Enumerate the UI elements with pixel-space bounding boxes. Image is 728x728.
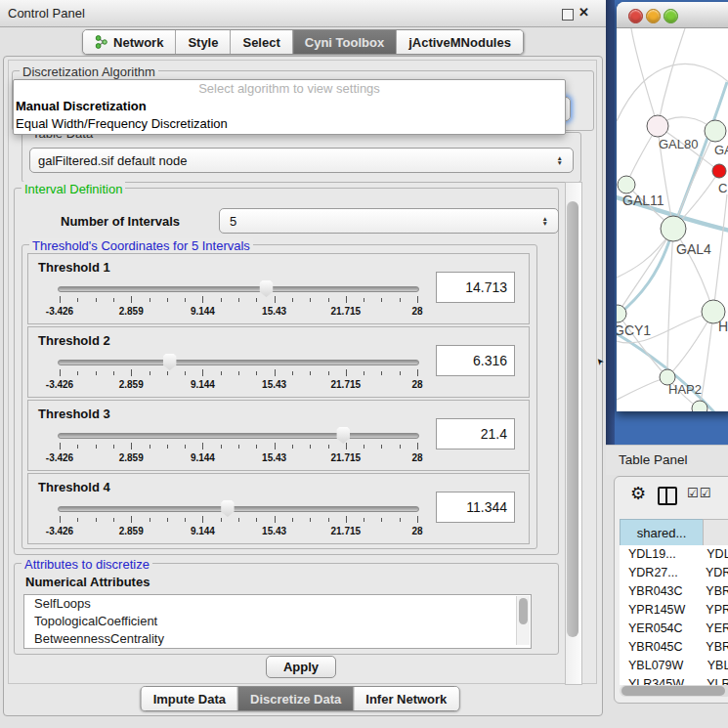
tab-jactivemnodules[interactable]: jActiveMNodules <box>397 30 523 54</box>
column-header-shared[interactable]: shared... <box>620 519 704 546</box>
table-row[interactable]: YDL19...YDL1 <box>620 545 728 564</box>
table-row[interactable]: YLR345WYLR3 <box>620 675 728 685</box>
node-gal4[interactable] <box>661 216 686 241</box>
scrollbar-thumb[interactable] <box>621 686 725 696</box>
dropdown-option-equal-width[interactable]: Equal Width/Frequency Discretization <box>14 115 565 133</box>
minimize-light-icon[interactable] <box>646 9 661 23</box>
dropdown-option-manual[interactable]: Manual Discretization <box>14 98 565 115</box>
tab-label: Network <box>113 35 163 50</box>
slider-track[interactable] <box>58 286 419 292</box>
table-row[interactable]: YBR043CYBR0 <box>620 582 728 601</box>
attributes-listbox[interactable]: SelfLoops TopologicalCoefficient Between… <box>23 594 532 649</box>
node-bottom[interactable] <box>692 401 707 411</box>
float-icon[interactable] <box>562 9 574 21</box>
threshold-value-field[interactable]: 21.4 <box>436 418 515 450</box>
tick-mark <box>77 518 78 522</box>
tick-mark <box>96 371 97 375</box>
node-top-right[interactable] <box>705 120 726 142</box>
tick-label: 2.859 <box>119 306 144 317</box>
threshold-value-field[interactable]: 11.344 <box>436 492 515 523</box>
tick-label: 21.715 <box>331 306 362 317</box>
tick-mark <box>381 371 382 375</box>
tick-mark <box>417 443 418 450</box>
threshold-slider[interactable]: -3.4262.8599.14415.4321.71528 <box>58 279 419 321</box>
tick-mark <box>150 371 150 375</box>
close-light-icon[interactable] <box>628 9 643 23</box>
threshold-label: Threshold 1 <box>38 260 110 275</box>
tick-mark <box>417 369 418 376</box>
table-row[interactable]: YBL079WYBL0 <box>620 657 728 675</box>
list-item[interactable]: TopologicalCoefficient <box>24 613 531 630</box>
tab-impute-data[interactable]: Impute Data <box>142 687 238 710</box>
num-intervals-spinner[interactable]: 5 ▲▼ <box>219 208 559 234</box>
scrollbar-thumb[interactable] <box>519 598 528 624</box>
close-icon[interactable]: ✕ <box>578 5 589 20</box>
slider-tick-labels: -3.4262.8599.14415.4321.71528 <box>60 306 417 318</box>
table-row[interactable]: YER054CYER0 <box>620 620 728 638</box>
tick-mark <box>185 298 186 302</box>
slider-ticks <box>60 516 417 524</box>
numerical-attributes-label: Numerical Attributes <box>25 575 150 589</box>
tick-mark <box>202 516 203 523</box>
table-row[interactable]: YDR27...YDR2 <box>620 564 728 582</box>
slider-track[interactable] <box>58 506 419 512</box>
tab-label: Discretize Data <box>250 692 341 707</box>
columns-icon[interactable] <box>658 487 677 505</box>
threshold-slider[interactable]: -3.4262.8599.14415.4321.71528 <box>58 426 419 467</box>
threshold-value-field[interactable]: 14.713 <box>436 272 515 303</box>
combo-value: galFiltered.sif default node <box>38 153 187 168</box>
tab-style[interactable]: Style <box>176 30 231 54</box>
table-panel-titlebar: Table Panel <box>606 445 728 475</box>
scrollbar-thumb[interactable] <box>567 201 578 637</box>
slider-thumb[interactable] <box>220 500 236 517</box>
slider-track[interactable] <box>58 433 419 439</box>
threshold-slider[interactable]: -3.4262.8599.14415.4321.71528 <box>58 499 419 540</box>
list-item[interactable]: SelfLoops <box>24 595 531 613</box>
node-gal11[interactable] <box>618 176 635 193</box>
tab-select[interactable]: Select <box>231 30 292 54</box>
table-row[interactable]: YPR145WYPR1 <box>620 601 728 620</box>
list-item[interactable]: BetweennessCentrality <box>24 630 531 648</box>
num-intervals-label: Number of Intervals <box>61 214 180 229</box>
node-red-selected[interactable] <box>712 164 726 178</box>
slider-tick-labels: -3.4262.8599.14415.4321.71528 <box>60 526 417 537</box>
tick-label: 2.859 <box>119 379 144 390</box>
tick-mark <box>364 298 364 302</box>
slider-track[interactable] <box>58 360 419 365</box>
tick-mark <box>310 518 311 522</box>
table-cell: YDL1 <box>698 545 728 564</box>
threshold-slider[interactable]: -3.4262.8599.14415.4321.71528 <box>58 353 419 394</box>
horizontal-scrollbar[interactable] <box>620 685 728 697</box>
tab-discretize-data[interactable]: Discretize Data <box>238 687 354 710</box>
node-label: H <box>718 319 728 334</box>
tick-mark <box>185 371 186 375</box>
tick-mark <box>381 298 382 302</box>
column-header-name[interactable]: na <box>703 519 728 546</box>
slider-thumb[interactable] <box>335 427 351 444</box>
table-cell: YDR27... <box>620 564 697 582</box>
slider-thumb[interactable] <box>162 354 178 370</box>
list-scrollbar[interactable] <box>516 596 530 645</box>
tab-cyni-toolbox[interactable]: Cyni Toolbox <box>293 30 397 54</box>
table-row[interactable]: YBR045CYBR0 <box>620 638 728 657</box>
network-window-titlebar[interactable] <box>617 2 728 28</box>
tick-label: 15.43 <box>262 306 286 317</box>
tick-mark <box>292 298 293 302</box>
apply-button[interactable]: Apply <box>266 656 336 678</box>
tick-mark <box>400 298 401 302</box>
node-gal80[interactable] <box>647 115 668 137</box>
threshold-value-field[interactable]: 6.316 <box>436 345 515 376</box>
checkbox-icons[interactable]: ☑☑ <box>687 486 711 500</box>
zoom-light-icon[interactable] <box>664 9 678 23</box>
tick-mark <box>150 445 150 449</box>
network-canvas[interactable]: GAL80 GA GAL11 C GAL4 GCY1 H HAP2 <box>617 28 728 411</box>
stepper-arrows-icon: ▲▼ <box>557 155 565 165</box>
table-data-combobox[interactable]: galFiltered.sif default node ▲▼ <box>29 148 574 173</box>
tab-network[interactable]: Network <box>83 30 176 54</box>
slider-thumb[interactable] <box>258 280 274 297</box>
bottom-tab-bar: Impute Data Discretize Data Infer Networ… <box>141 686 460 711</box>
table-cell: YLR3 <box>698 675 728 685</box>
tick-label: 15.43 <box>262 452 286 463</box>
gear-icon[interactable]: ⚙ <box>630 483 646 504</box>
tab-infer-network[interactable]: Infer Network <box>354 687 458 710</box>
